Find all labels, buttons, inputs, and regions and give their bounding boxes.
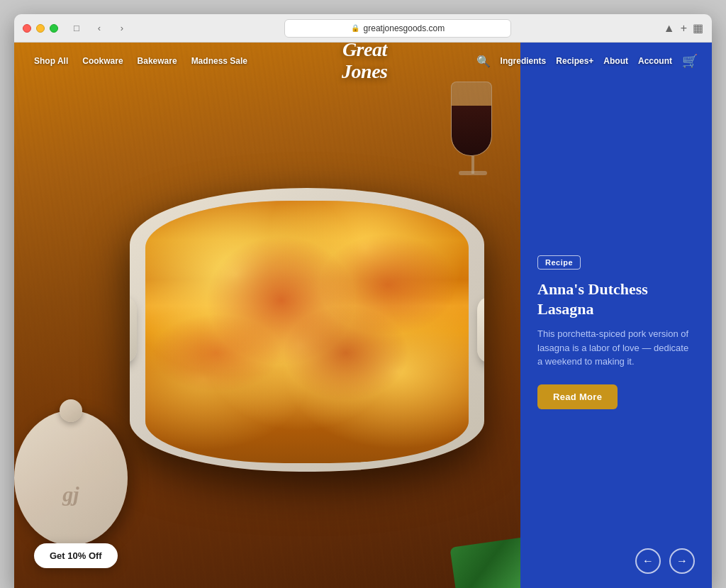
nav-recipes[interactable]: Recipes+	[556, 56, 593, 66]
nav-ingredients[interactable]: Ingredients	[501, 56, 547, 66]
nav-right: 🔍 Ingredients Recipes+ About Account 🛒	[476, 53, 698, 69]
glass-base	[459, 171, 487, 175]
nav-window-btn[interactable]: □	[67, 18, 86, 38]
read-more-button[interactable]: Read More	[537, 384, 618, 409]
recipe-description: This porchetta-spiced pork version of la…	[537, 327, 695, 369]
nav-madness-sale[interactable]: Madness Sale	[186, 53, 253, 69]
navbar: Shop All Cookware Bakeware Madness Sale …	[14, 43, 712, 79]
url-area: 🔒 greatjonesgoods.com	[132, 19, 664, 38]
share-icon[interactable]: ▲	[664, 22, 675, 35]
recipe-badge: Recipe	[537, 255, 581, 270]
nav-center: Great Jones	[253, 43, 476, 83]
recipe-card: Recipe Anna's Dutchess Lasagna This porc…	[520, 128, 712, 534]
forward-button[interactable]: ›	[112, 18, 132, 38]
discount-badge[interactable]: Get 10% Off	[34, 543, 118, 568]
discount-label: Get 10% Off	[50, 550, 102, 561]
recipe-sidebar: Recipe Anna's Dutchess Lasagna This porc…	[520, 43, 712, 588]
url-text: greatjonesgoods.com	[364, 23, 445, 33]
nav-about[interactable]: About	[603, 56, 628, 66]
prev-arrow-button[interactable]: ←	[635, 548, 661, 574]
back-button[interactable]: ‹	[89, 18, 109, 38]
maximize-button[interactable]	[50, 24, 58, 33]
wine-glass	[442, 82, 503, 188]
nav-shop-all[interactable]: Shop All	[28, 53, 74, 69]
new-tab-icon[interactable]: +	[681, 22, 687, 35]
logo-text: Great Jones	[342, 43, 387, 83]
traffic-lights	[23, 24, 58, 33]
carousel-nav: ← →	[520, 534, 712, 588]
search-icon[interactable]: 🔍	[476, 55, 491, 68]
close-button[interactable]	[23, 24, 31, 33]
website-content: Shop All Cookware Bakeware Madness Sale …	[14, 43, 712, 588]
wine-fill	[452, 106, 491, 155]
minimize-button[interactable]	[36, 24, 45, 33]
tomato-layer	[145, 201, 469, 463]
tabs-icon[interactable]: ▦	[693, 21, 703, 35]
next-arrow-button[interactable]: →	[669, 548, 695, 574]
cart-icon[interactable]: 🛒	[682, 53, 698, 69]
lasagna-base	[145, 201, 469, 463]
browser-nav: □ ‹ ›	[67, 18, 132, 38]
recipe-title: Anna's Dutchess Lasagna	[537, 279, 695, 318]
titlebar: □ ‹ › 🔒 greatjonesgoods.com ▲ + ▦	[14, 14, 712, 43]
casserole-dish	[130, 188, 484, 472]
nav-account[interactable]: Account	[638, 56, 672, 66]
url-bar[interactable]: 🔒 greatjonesgoods.com	[284, 19, 511, 38]
handle-right	[477, 298, 484, 362]
nav-cookware[interactable]: Cookware	[77, 53, 128, 69]
titlebar-actions: ▲ + ▦	[664, 21, 703, 35]
nav-left: Shop All Cookware Bakeware Madness Sale	[28, 53, 253, 69]
lid-knob	[60, 399, 82, 422]
lock-icon: 🔒	[351, 24, 359, 32]
site-logo[interactable]: Great Jones	[342, 43, 387, 83]
dish-lid: gj	[14, 411, 128, 545]
lid-logo-mark: gj	[62, 482, 79, 506]
nav-bakeware[interactable]: Bakeware	[132, 53, 183, 69]
handle-left	[130, 298, 137, 362]
